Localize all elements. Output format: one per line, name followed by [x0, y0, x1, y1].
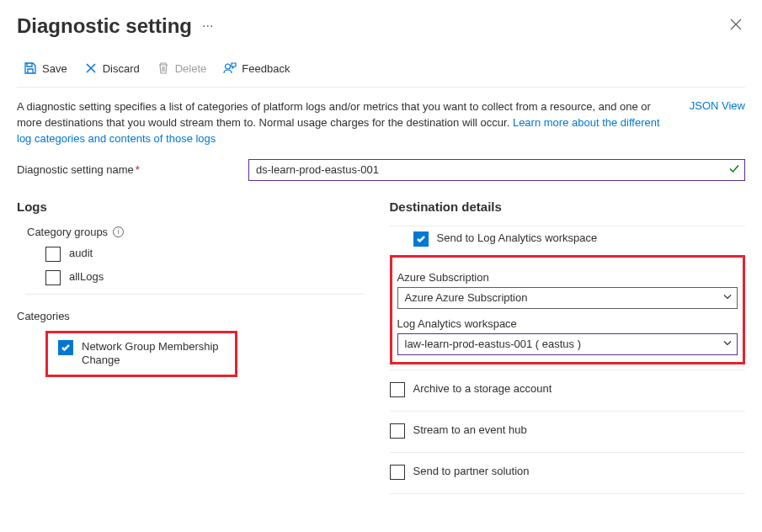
archive-storage-label: Archive to a storage account [413, 382, 552, 396]
partner-label: Send to partner solution [413, 465, 530, 479]
alllogs-checkbox[interactable] [45, 270, 61, 285]
feedback-button[interactable]: Feedback [216, 58, 296, 78]
archive-storage-checkbox[interactable] [390, 382, 405, 397]
discard-button[interactable]: Discard [77, 58, 147, 78]
page-title: Diagnostic setting [17, 14, 192, 38]
highlight-destination: Azure Subscription Azure Azure Subscript… [390, 255, 746, 364]
send-law-checkbox[interactable] [413, 231, 429, 247]
divider [25, 294, 365, 295]
partner-checkbox[interactable] [390, 465, 405, 480]
delete-button: Delete [150, 58, 214, 78]
workspace-label: Log Analytics workspace [397, 317, 738, 330]
audit-checkbox[interactable] [45, 247, 61, 262]
discard-icon [84, 61, 98, 75]
valid-check-icon [728, 162, 740, 177]
feedback-icon [223, 61, 237, 75]
save-icon [24, 61, 37, 75]
eventhub-checkbox[interactable] [390, 423, 405, 439]
description-text: A diagnostic setting specifies a list of… [17, 99, 669, 147]
delete-icon [157, 61, 170, 75]
category-groups-label: Category groups i [27, 226, 373, 238]
highlight-categories: Network Group Membership Change [45, 331, 237, 378]
send-law-label: Send to Log Analytics workspace [437, 231, 598, 246]
svg-point-0 [226, 64, 231, 69]
feedback-label: Feedback [242, 62, 290, 75]
delete-label: Delete [175, 62, 207, 75]
json-view-link[interactable]: JSON View [690, 99, 745, 147]
close-icon [730, 19, 742, 30]
workspace-select[interactable]: law-learn-prod-eastus-001 ( eastus ) [397, 333, 738, 355]
required-marker: * [136, 163, 140, 176]
logs-section-title: Logs [17, 200, 373, 214]
alllogs-label: allLogs [69, 270, 104, 285]
destination-section-title: Destination details [390, 200, 746, 214]
subscription-select[interactable]: Azure Azure Subscription [397, 287, 738, 309]
categories-label: Categories [17, 310, 373, 322]
save-label: Save [42, 62, 67, 75]
name-label: Diagnostic setting name* [17, 163, 248, 176]
ngmc-checkbox[interactable] [58, 340, 73, 355]
close-button[interactable] [727, 13, 745, 38]
workspace-value: law-learn-prod-eastus-001 ( eastus ) [405, 338, 582, 350]
audit-label: audit [69, 247, 93, 261]
diagnostic-name-input[interactable] [248, 159, 745, 181]
eventhub-label: Stream to an event hub [413, 423, 527, 438]
discard-label: Discard [103, 62, 140, 75]
subscription-label: Azure Subscription [397, 271, 738, 284]
subscription-value: Azure Azure Subscription [405, 291, 528, 304]
info-icon[interactable]: i [113, 226, 124, 237]
save-button[interactable]: Save [17, 58, 74, 78]
ngmc-label: Network Group Membership Change [82, 340, 233, 369]
more-menu-icon[interactable]: ··· [202, 19, 213, 34]
